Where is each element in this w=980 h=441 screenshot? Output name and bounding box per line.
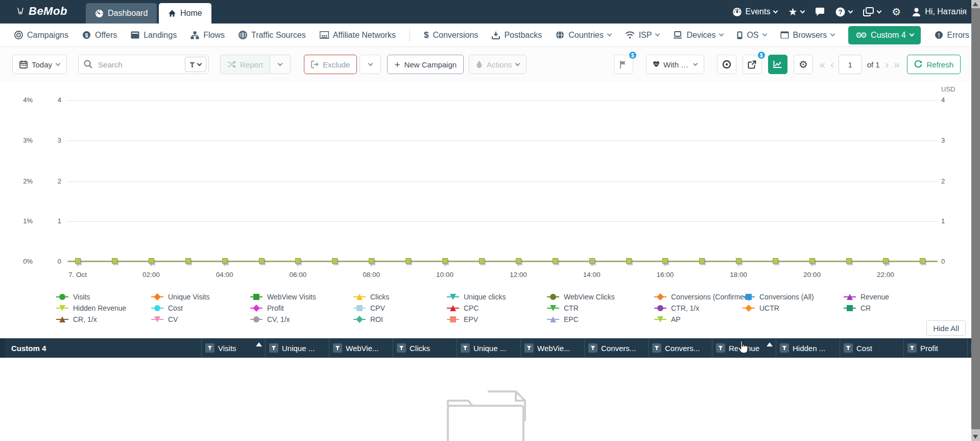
legend-item[interactable]: EPV: [447, 314, 506, 325]
filter-icon[interactable]: [844, 343, 853, 353]
filter-icon[interactable]: [907, 343, 917, 353]
legend-item[interactable]: CR: [844, 303, 889, 314]
nav-devices[interactable]: Devices: [673, 31, 723, 40]
prev-page-button[interactable]: ‹: [828, 59, 836, 71]
filter-icon[interactable]: [333, 343, 342, 353]
favorites-menu[interactable]: ★: [788, 7, 804, 17]
data-point-marker[interactable]: [846, 258, 852, 264]
legend-item[interactable]: WebView Visits: [250, 291, 316, 303]
events-menu[interactable]: Events: [732, 7, 778, 17]
report-button[interactable]: Report: [220, 55, 270, 74]
filter-icon[interactable]: [780, 343, 789, 353]
tab-dashboard[interactable]: Dashboard: [86, 3, 157, 24]
legend-item[interactable]: Unique Visits: [151, 291, 209, 303]
legend-item[interactable]: WebView Clicks: [547, 291, 615, 303]
legend-item[interactable]: CR, 1/x: [56, 314, 126, 325]
data-point-marker[interactable]: [479, 258, 485, 264]
filter-icon[interactable]: [461, 343, 470, 353]
scroll-up-arrow[interactable]: [973, 2, 978, 6]
sort-asc-icon[interactable]: [256, 342, 262, 346]
data-point-marker[interactable]: [920, 258, 925, 264]
hide-all-button[interactable]: Hide All: [926, 320, 966, 336]
nav-os[interactable]: OS: [737, 31, 766, 40]
filter-icon[interactable]: [716, 343, 725, 353]
nav-browsers[interactable]: Browsers: [780, 31, 835, 40]
nav-landings[interactable]: Landings: [131, 31, 177, 40]
settings-button[interactable]: ⚙: [892, 7, 901, 17]
column-header-conversions-confirmed[interactable]: Convers...: [584, 338, 648, 358]
data-point-marker[interactable]: [259, 258, 265, 264]
data-point-marker[interactable]: [553, 258, 558, 264]
last-page-button[interactable]: »: [891, 59, 902, 71]
column-header-webview-visits[interactable]: WebVie...: [329, 338, 393, 358]
column-header-unique-clicks[interactable]: Unique ...: [457, 338, 520, 358]
new-campaign-button[interactable]: + New Campaign: [387, 55, 464, 74]
nav-countries[interactable]: Countries: [556, 31, 611, 40]
nav-flows[interactable]: Flows: [190, 31, 225, 40]
legend-item[interactable]: Conversions (All): [743, 291, 814, 303]
user-menu[interactable]: Hi, Наталія: [912, 7, 967, 17]
visibility-button[interactable]: [717, 55, 736, 74]
table-settings-button[interactable]: ⚙: [794, 55, 813, 74]
data-point-marker[interactable]: [405, 258, 411, 264]
scrollbar-thumb[interactable]: [971, 8, 980, 429]
legend-item[interactable]: AP: [654, 314, 751, 325]
legend-item[interactable]: CPV: [353, 303, 389, 314]
date-range-button[interactable]: Today: [12, 55, 67, 74]
legend-item[interactable]: Revenue: [844, 291, 889, 303]
nav-conversions[interactable]: $ Conversions: [424, 30, 478, 40]
column-header-group[interactable]: Custom 4: [5, 338, 201, 358]
sort-asc-icon[interactable]: [767, 342, 773, 346]
filter-icon[interactable]: [588, 343, 597, 353]
legend-item[interactable]: Unique clicks: [447, 291, 506, 303]
nav-offers[interactable]: $ Offers: [82, 31, 117, 40]
legend-item[interactable]: Conversions (Confirmed): [654, 291, 751, 303]
column-header-unique-visits[interactable]: Unique ...: [265, 338, 329, 358]
data-point-marker[interactable]: [626, 258, 632, 264]
help-menu[interactable]: ?: [835, 7, 852, 17]
nav-affiliate-networks[interactable]: Affiliate Networks: [320, 31, 396, 40]
bemob-logo[interactable]: BeMob: [15, 5, 67, 18]
search-type-dropdown[interactable]: T: [185, 57, 206, 72]
legend-item[interactable]: CV, 1/x: [250, 314, 316, 325]
column-header-hidden-revenue[interactable]: Hidden ...: [776, 338, 840, 358]
filter-icon[interactable]: [205, 343, 214, 353]
chat-button[interactable]: [815, 8, 825, 16]
legend-item[interactable]: Cost: [151, 303, 209, 314]
legend-item[interactable]: Hidden Revenue: [56, 303, 126, 314]
chart-toggle-button[interactable]: [768, 55, 787, 74]
workspaces-menu[interactable]: [863, 7, 881, 17]
data-point-marker[interactable]: [332, 258, 338, 264]
report-dropdown-button[interactable]: [270, 55, 291, 74]
scroll-down-arrow[interactable]: [973, 435, 978, 439]
nav-postbacks[interactable]: Postbacks: [492, 31, 542, 40]
legend-item[interactable]: CV: [151, 314, 209, 325]
nav-isp[interactable]: ISP: [625, 31, 660, 40]
page-number-input[interactable]: [839, 55, 862, 74]
legend-item[interactable]: Profit: [250, 303, 316, 314]
column-header-clicks[interactable]: Clicks: [393, 338, 457, 358]
column-header-visits[interactable]: Visits: [201, 338, 265, 358]
filter-icon[interactable]: [524, 343, 534, 353]
nav-traffic-sources[interactable]: Traffic Sources: [238, 31, 306, 40]
data-point-marker[interactable]: [699, 258, 705, 264]
filter-icon[interactable]: [397, 343, 406, 353]
legend-item[interactable]: UCTR: [743, 303, 814, 314]
tab-home[interactable]: Home: [159, 3, 211, 24]
column-header-webview-clicks[interactable]: WebVie...: [520, 338, 584, 358]
column-header-conversions-all[interactable]: Convers...: [648, 338, 712, 358]
nav-custom4[interactable]: ⚙⚙ Custom 4: [848, 26, 920, 44]
exclude-dropdown-button[interactable]: [360, 55, 381, 74]
legend-item[interactable]: Clicks: [353, 291, 389, 303]
refresh-button[interactable]: Refresh: [907, 55, 961, 74]
column-header-cost[interactable]: Cost: [840, 338, 903, 358]
first-page-button[interactable]: «: [817, 59, 828, 71]
next-page-button[interactable]: ›: [883, 59, 892, 71]
legend-item[interactable]: CPC: [447, 303, 506, 314]
legend-item[interactable]: ROI: [353, 314, 389, 325]
filter-icon[interactable]: [652, 343, 661, 353]
legend-item[interactable]: EPC: [547, 314, 615, 325]
vertical-scrollbar[interactable]: [971, 0, 980, 441]
legend-item[interactable]: Visits: [56, 291, 126, 303]
data-point-marker[interactable]: [773, 258, 778, 264]
